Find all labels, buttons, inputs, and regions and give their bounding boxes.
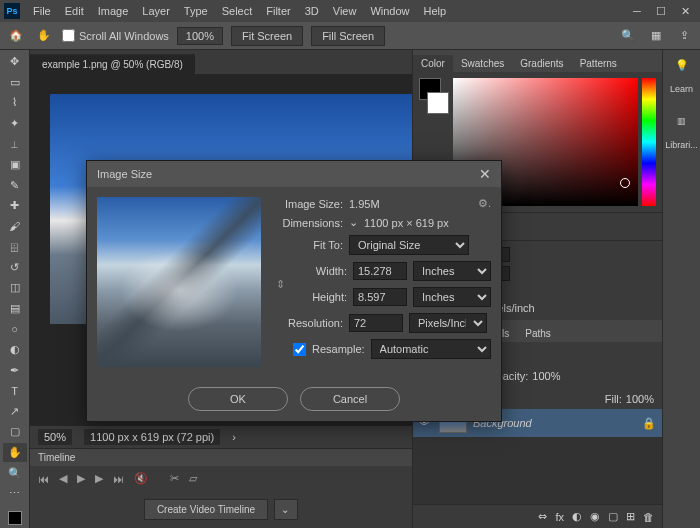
dimensions-dropdown-icon[interactable]: ⌄	[349, 216, 358, 229]
menu-window[interactable]: Window	[363, 5, 416, 17]
dialog-preview-image[interactable]	[97, 197, 261, 367]
menu-view[interactable]: View	[326, 5, 364, 17]
patterns-tab[interactable]: Patterns	[572, 55, 625, 72]
background-swatch[interactable]	[427, 92, 449, 114]
learn-button[interactable]: 💡	[666, 54, 698, 76]
menu-help[interactable]: Help	[417, 5, 454, 17]
status-arrow-icon[interactable]: ›	[232, 431, 236, 443]
resolution-input[interactable]	[349, 314, 403, 332]
group-icon[interactable]: ▢	[608, 510, 618, 523]
status-zoom[interactable]: 50%	[38, 429, 72, 445]
eyedropper-tool[interactable]: ✎	[3, 175, 27, 195]
width-unit-select[interactable]: Inches	[413, 261, 491, 281]
menu-file[interactable]: File	[26, 5, 58, 17]
menu-type[interactable]: Type	[177, 5, 215, 17]
minimize-button[interactable]: ─	[626, 3, 648, 19]
menu-layer[interactable]: Layer	[135, 5, 177, 17]
zoom-field[interactable]: 100%	[177, 27, 223, 45]
lasso-tool[interactable]: ⌇	[3, 93, 27, 113]
close-button[interactable]: ✕	[674, 3, 696, 19]
fit-to-select[interactable]: Original Size	[349, 235, 469, 255]
shape-tool[interactable]: ▢	[3, 422, 27, 442]
history-brush-tool[interactable]: ↺	[3, 258, 27, 278]
fill-value[interactable]: 100%	[626, 393, 654, 405]
link-layers-icon[interactable]: ⇔	[538, 510, 547, 523]
crop-tool[interactable]: ⟂	[3, 134, 27, 154]
gradient-tool[interactable]: ▤	[3, 299, 27, 319]
timeline-transition-icon[interactable]: ▱	[189, 472, 197, 485]
path-tool[interactable]: ↗	[3, 402, 27, 422]
timeline-first-frame-icon[interactable]: ⏮	[38, 473, 49, 485]
hand-tool-icon[interactable]: ✋	[34, 26, 54, 46]
document-tab[interactable]: example 1.png @ 50% (RGB/8)	[30, 54, 195, 74]
timeline-prev-frame-icon[interactable]: ◀	[59, 472, 67, 485]
workspace-icon[interactable]: ▦	[646, 26, 666, 46]
hue-slider[interactable]	[642, 78, 656, 206]
color-swatch-fg[interactable]	[3, 508, 27, 528]
fit-screen-button[interactable]: Fit Screen	[231, 26, 303, 46]
eraser-tool[interactable]: ◫	[3, 278, 27, 298]
timeline-split-icon[interactable]: ✂	[170, 472, 179, 485]
timeline-play-icon[interactable]: ▶	[77, 472, 85, 485]
fill-screen-button[interactable]: Fill Screen	[311, 26, 385, 46]
scroll-all-checkbox[interactable]: Scroll All Windows	[62, 29, 169, 42]
libraries-button[interactable]: ▥	[666, 110, 698, 132]
cancel-button[interactable]: Cancel	[300, 387, 400, 411]
brush-tool[interactable]: 🖌	[3, 217, 27, 237]
gradients-tab[interactable]: Gradients	[512, 55, 571, 72]
marquee-tool[interactable]: ▭	[3, 73, 27, 93]
pen-tool[interactable]: ✒	[3, 360, 27, 380]
collapsed-dock: 💡 Learn ▥ Librari...	[662, 50, 700, 528]
search-icon[interactable]: 🔍	[618, 26, 638, 46]
menu-3d[interactable]: 3D	[298, 5, 326, 17]
blur-tool[interactable]: ○	[3, 319, 27, 339]
timeline-next-frame-icon[interactable]: ▶	[95, 472, 103, 485]
timeline-mute-icon[interactable]: 🔇	[134, 472, 148, 485]
swatches-tab[interactable]: Swatches	[453, 55, 512, 72]
dodge-tool[interactable]: ◐	[3, 340, 27, 360]
status-dims[interactable]: 1100 px x 619 px (72 ppi)	[84, 429, 220, 445]
menu-edit[interactable]: Edit	[58, 5, 91, 17]
adjustment-layer-icon[interactable]: ◉	[590, 510, 600, 523]
resample-select[interactable]: Automatic	[371, 339, 491, 359]
edit-toolbar[interactable]: ⋯	[3, 484, 27, 504]
menu-select[interactable]: Select	[215, 5, 260, 17]
menu-filter[interactable]: Filter	[259, 5, 297, 17]
constrain-link-icon[interactable]: ⇕	[273, 278, 287, 291]
move-tool[interactable]: ✥	[3, 52, 27, 72]
ok-button[interactable]: OK	[188, 387, 288, 411]
resolution-unit-select[interactable]: Pixels/Inch	[409, 313, 487, 333]
magic-wand-tool[interactable]: ✦	[3, 114, 27, 134]
stamp-tool[interactable]: ⌹	[3, 237, 27, 257]
frame-tool[interactable]: ▣	[3, 155, 27, 175]
type-tool[interactable]: T	[3, 381, 27, 401]
width-input[interactable]	[353, 262, 407, 280]
share-icon[interactable]: ⇪	[674, 26, 694, 46]
healing-tool[interactable]: ✚	[3, 196, 27, 216]
timeline-dropdown-icon[interactable]: ⌄	[274, 499, 298, 520]
libraries-label[interactable]: Librari...	[666, 134, 698, 156]
maximize-button[interactable]: ☐	[650, 3, 672, 19]
layer-style-icon[interactable]: fx	[555, 511, 564, 523]
timeline-title[interactable]: Timeline	[30, 449, 412, 466]
paths-tab[interactable]: Paths	[517, 325, 559, 342]
resample-checkbox[interactable]	[293, 343, 306, 356]
opacity-value[interactable]: 100%	[532, 370, 560, 382]
new-layer-icon[interactable]: ⊞	[626, 510, 635, 523]
learn-label[interactable]: Learn	[666, 78, 698, 100]
status-bar: 50% 1100 px x 619 px (72 ppi) ›	[30, 426, 412, 448]
hand-tool[interactable]: ✋	[3, 443, 27, 463]
menu-image[interactable]: Image	[91, 5, 136, 17]
create-video-timeline-button[interactable]: Create Video Timeline	[144, 499, 268, 520]
height-input[interactable]	[353, 288, 407, 306]
home-icon[interactable]: 🏠	[6, 26, 26, 46]
color-tab[interactable]: Color	[413, 55, 453, 72]
zoom-tool[interactable]: 🔍	[3, 463, 27, 483]
image-size-value: 1.95M	[349, 198, 380, 210]
height-unit-select[interactable]: Inches	[413, 287, 491, 307]
delete-layer-icon[interactable]: 🗑	[643, 511, 654, 523]
gear-icon[interactable]: ⚙.	[478, 197, 491, 210]
dialog-close-icon[interactable]: ✕	[479, 166, 491, 182]
timeline-last-frame-icon[interactable]: ⏭	[113, 473, 124, 485]
layer-mask-icon[interactable]: ◐	[572, 510, 582, 523]
